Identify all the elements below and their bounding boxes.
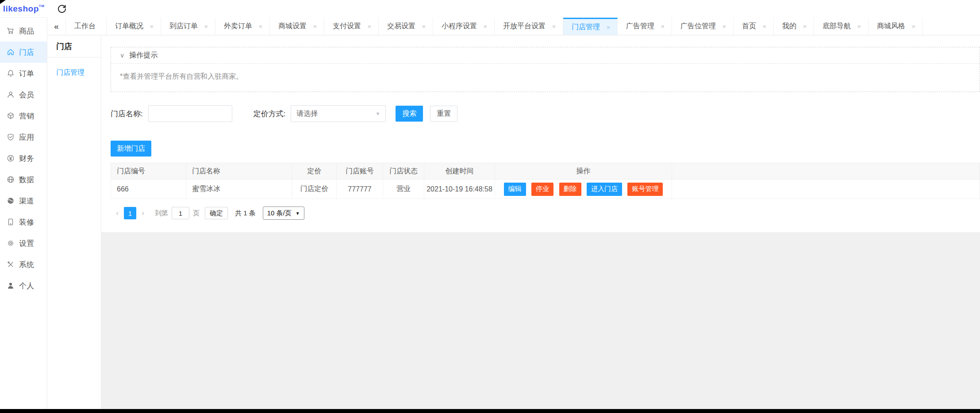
sidebar-item-apps[interactable]: 应用 bbox=[0, 126, 47, 148]
store-name-input[interactable] bbox=[148, 105, 232, 122]
tab-trade-settings[interactable]: 交易设置× bbox=[379, 18, 433, 35]
close-icon[interactable]: × bbox=[551, 23, 557, 30]
close-icon[interactable]: × bbox=[203, 23, 209, 30]
add-store-button[interactable]: 新增门店 bbox=[111, 141, 151, 157]
goto-page-input[interactable] bbox=[172, 207, 189, 219]
delete-button[interactable]: 删除 bbox=[559, 183, 581, 196]
pricing-method-value: 请选择 bbox=[296, 109, 318, 119]
page-number-button[interactable]: 1 bbox=[124, 207, 136, 219]
prev-page-icon[interactable]: ‹ bbox=[111, 209, 124, 218]
tab-mine[interactable]: 我的× bbox=[774, 18, 814, 35]
submenu-item-store-management[interactable]: 门店管理 bbox=[47, 68, 101, 77]
cube-icon bbox=[7, 112, 15, 120]
close-icon[interactable]: × bbox=[482, 23, 488, 30]
sidebar-item-label: 个人 bbox=[19, 281, 34, 291]
tab-ad-slot-management[interactable]: 广告位管理× bbox=[672, 18, 734, 35]
per-page-value: 10 条/页 bbox=[267, 209, 292, 218]
sidebar-item-member[interactable]: 会员 bbox=[0, 84, 47, 105]
tablet-icon bbox=[7, 218, 15, 226]
submenu-title: 门店 bbox=[47, 35, 101, 57]
sidebar-item-label: 商品 bbox=[19, 26, 34, 36]
tab-label: 广告位管理 bbox=[680, 22, 716, 31]
enter-store-button[interactable]: 进入门店 bbox=[587, 183, 622, 196]
logo-trademark: TM bbox=[39, 4, 45, 8]
home-icon bbox=[7, 48, 15, 56]
sidebar-item-label: 装修 bbox=[19, 217, 34, 227]
close-icon[interactable]: × bbox=[660, 23, 666, 30]
per-page-arrow-icon: ▼ bbox=[296, 211, 300, 216]
per-page-select[interactable]: 10 条/页 ▼ bbox=[263, 206, 304, 220]
col-status: 门店状态 bbox=[383, 163, 424, 180]
close-icon[interactable]: × bbox=[366, 23, 373, 30]
tab-label: 支付设置 bbox=[333, 22, 361, 31]
close-icon[interactable]: × bbox=[856, 23, 862, 30]
sidebar-item-channel[interactable]: 渠道 bbox=[0, 190, 47, 211]
sidebar-item-label: 财务 bbox=[19, 153, 34, 164]
collapse-tabs-icon[interactable]: « bbox=[47, 18, 66, 35]
edit-button[interactable]: 编辑 bbox=[504, 183, 526, 196]
tab-mall-settings[interactable]: 商城设置× bbox=[270, 18, 324, 35]
sidebar-item-decoration[interactable]: 装修 bbox=[0, 211, 47, 233]
close-icon[interactable]: × bbox=[149, 23, 155, 30]
reset-button[interactable]: 重置 bbox=[430, 106, 457, 122]
pagination: ‹ 1 › 到第 页 确定 共 1 条 10 条/页 ▼ bbox=[111, 206, 980, 220]
confirm-page-button[interactable]: 确定 bbox=[205, 207, 228, 219]
operation-tips-header[interactable]: ∨ 操作提示 bbox=[111, 47, 980, 64]
tab-bottom-nav[interactable]: 底部导航× bbox=[814, 18, 869, 35]
sidebar-item-label: 门店 bbox=[19, 47, 34, 57]
close-icon[interactable]: × bbox=[312, 23, 318, 30]
tab-ad-management[interactable]: 广告管理× bbox=[618, 18, 672, 35]
sidebar-item-finance[interactable]: 财务 bbox=[0, 148, 47, 169]
operation-tips-title: 操作提示 bbox=[129, 51, 158, 60]
tab-instore-orders[interactable]: 到店订单× bbox=[161, 18, 215, 35]
col-store-id: 门店编号 bbox=[111, 163, 186, 180]
sidebar-item-goods[interactable]: 商品 bbox=[0, 20, 47, 42]
tab-open-platform-settings[interactable]: 开放平台设置× bbox=[495, 18, 563, 35]
tab-label: 首页 bbox=[742, 22, 756, 31]
cell-empty bbox=[672, 180, 980, 199]
pricing-method-select[interactable]: 请选择 ▼ bbox=[291, 105, 386, 122]
sidebar-item-marketing[interactable]: 营销 bbox=[0, 105, 47, 126]
tab-store-management[interactable]: 门店管理× bbox=[563, 18, 618, 35]
operation-tips-text: *查看并管理平台所有自营和入驻商家。 bbox=[111, 64, 980, 92]
tab-payment-settings[interactable]: 支付设置× bbox=[324, 18, 379, 35]
next-page-icon[interactable]: › bbox=[136, 209, 150, 218]
tab-home[interactable]: 首页× bbox=[734, 18, 774, 35]
suspend-button[interactable]: 停业 bbox=[531, 183, 553, 196]
pricing-method-label: 定价方式: bbox=[254, 109, 286, 119]
sidebar-item-label: 营销 bbox=[19, 111, 34, 121]
col-empty bbox=[672, 163, 980, 180]
sidebar-item-profile[interactable]: 个人 bbox=[0, 275, 47, 296]
sidebar-item-settings[interactable]: 设置 bbox=[0, 233, 47, 254]
tab-label: 商城设置 bbox=[278, 22, 307, 31]
cell-store-id: 666 bbox=[111, 180, 186, 199]
tab-mall-style[interactable]: 商城风格× bbox=[869, 18, 923, 35]
gear-icon bbox=[7, 239, 15, 247]
tab-label: 交易设置 bbox=[387, 22, 415, 31]
sidebar-item-label: 系统 bbox=[19, 260, 34, 270]
close-icon[interactable]: × bbox=[257, 23, 264, 30]
sidebar-item-system[interactable]: 系统 bbox=[0, 254, 47, 275]
sidebar-item-data[interactable]: 数据 bbox=[0, 169, 47, 190]
close-icon[interactable]: × bbox=[761, 23, 768, 30]
refresh-icon[interactable] bbox=[57, 4, 67, 14]
close-icon[interactable]: × bbox=[421, 23, 427, 30]
close-icon[interactable]: × bbox=[721, 23, 727, 30]
tab-takeout-orders[interactable]: 外卖订单× bbox=[215, 18, 270, 35]
tab-order-overview[interactable]: 订单概况× bbox=[107, 18, 161, 35]
close-icon[interactable]: × bbox=[802, 23, 808, 30]
table-header-row: 门店编号 门店名称 定价 门店账号 门店状态 创建时间 操作 bbox=[111, 163, 980, 180]
chevron-down-icon: ∨ bbox=[120, 52, 124, 59]
tab-workbench[interactable]: 工作台 bbox=[66, 18, 107, 35]
close-icon[interactable]: × bbox=[605, 23, 611, 31]
close-icon[interactable]: × bbox=[911, 23, 917, 30]
search-button[interactable]: 搜索 bbox=[396, 106, 423, 122]
sidebar-item-store[interactable]: 门店 bbox=[0, 42, 47, 63]
sidebar-item-order[interactable]: 订单 bbox=[0, 63, 47, 84]
sidebar-item-label: 设置 bbox=[19, 238, 34, 249]
tab-miniprogram-settings[interactable]: 小程序设置× bbox=[433, 18, 495, 35]
sidebar-item-label: 数据 bbox=[19, 175, 34, 185]
globe-icon bbox=[7, 176, 15, 184]
sidebar-item-label: 渠道 bbox=[19, 196, 34, 206]
account-management-button[interactable]: 账号管理 bbox=[627, 183, 663, 196]
